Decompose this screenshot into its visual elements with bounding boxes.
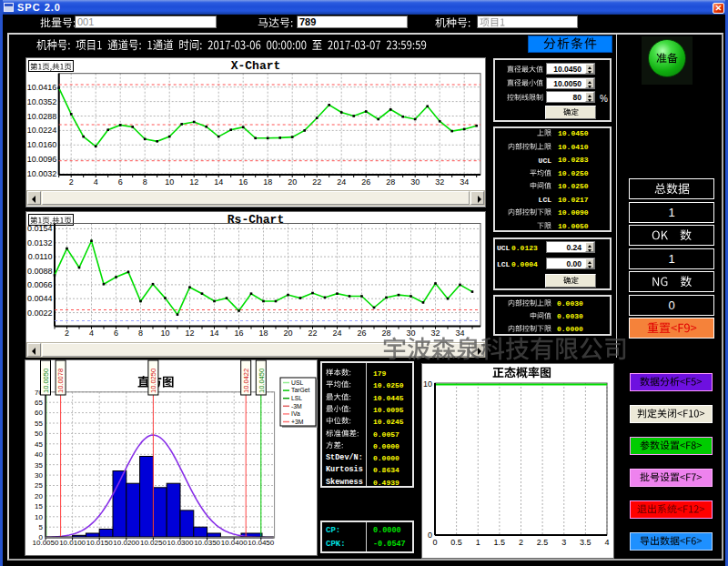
svg-text:28: 28 <box>386 177 395 187</box>
svg-text:40: 40 <box>35 450 43 459</box>
svg-text:10.0078: 10.0078 <box>56 369 65 393</box>
svg-text:16: 16 <box>234 328 243 338</box>
svg-text:10.0032: 10.0032 <box>27 169 57 178</box>
svg-text:25: 25 <box>35 481 43 490</box>
svg-text:1: 1 <box>476 538 480 547</box>
svg-text:10.0160: 10.0160 <box>27 140 57 149</box>
svg-text:0.0154: 0.0154 <box>27 224 53 233</box>
svg-text:20: 20 <box>35 492 43 500</box>
svg-text:15: 15 <box>35 502 43 510</box>
svg-text:2: 2 <box>69 177 74 187</box>
svg-text:34: 34 <box>460 177 469 187</box>
svg-text:65: 65 <box>35 399 43 407</box>
svg-text:10: 10 <box>165 177 174 187</box>
svg-text:0.0022: 0.0022 <box>27 308 53 318</box>
svg-text:14: 14 <box>209 328 218 338</box>
svg-text:10.0096: 10.0096 <box>27 155 57 164</box>
svg-text:2.5: 2.5 <box>537 538 549 547</box>
svg-text:8: 8 <box>138 328 143 338</box>
svg-text:30: 30 <box>406 328 415 338</box>
svg-text:2: 2 <box>65 328 69 338</box>
svg-text:24: 24 <box>332 328 341 338</box>
svg-text:0: 0 <box>428 531 432 540</box>
svg-text:34: 34 <box>455 328 464 338</box>
svg-text:4: 4 <box>89 328 94 338</box>
svg-text:32: 32 <box>430 328 440 338</box>
svg-text:60: 60 <box>35 409 43 417</box>
svg-text:45: 45 <box>35 440 43 449</box>
svg-text:14: 14 <box>214 177 223 187</box>
svg-text:0.0132: 0.0132 <box>27 238 53 248</box>
svg-text:10.0288: 10.0288 <box>27 112 57 121</box>
svg-text:8: 8 <box>143 177 147 187</box>
svg-text:TarGet: TarGet <box>291 387 310 393</box>
svg-text:10.0422: 10.0422 <box>242 369 250 393</box>
svg-text:1.5: 1.5 <box>494 538 506 547</box>
svg-text:3.5: 3.5 <box>580 538 592 547</box>
svg-text:50: 50 <box>35 430 43 438</box>
svg-text:24: 24 <box>337 177 346 187</box>
svg-text:30: 30 <box>35 471 43 480</box>
svg-text:10: 10 <box>423 379 432 389</box>
svg-text:18: 18 <box>258 328 268 338</box>
svg-text:10.0352: 10.0352 <box>27 97 57 106</box>
svg-text:0: 0 <box>432 538 437 547</box>
svg-text:3: 3 <box>561 538 566 547</box>
svg-text:10.0250: 10.0250 <box>149 369 157 393</box>
svg-text:22: 22 <box>312 177 321 187</box>
svg-text:0.0066: 0.0066 <box>27 280 53 289</box>
svg-text:LSL: LSL <box>291 395 302 401</box>
svg-text:18: 18 <box>263 177 272 187</box>
svg-text:26: 26 <box>357 328 366 338</box>
svg-text:20: 20 <box>288 177 297 187</box>
svg-text:12: 12 <box>189 177 198 187</box>
svg-text:12: 12 <box>185 328 194 338</box>
svg-text:26: 26 <box>361 177 370 187</box>
svg-text:0.5: 0.5 <box>450 538 462 547</box>
svg-text:5: 5 <box>39 523 44 531</box>
svg-text:0.0110: 0.0110 <box>28 252 53 261</box>
svg-text:IVa: IVa <box>291 410 300 417</box>
svg-text:20: 20 <box>283 328 292 338</box>
svg-text:4: 4 <box>604 538 609 547</box>
svg-text:0.0044: 0.0044 <box>27 294 53 303</box>
svg-text:USL: USL <box>291 379 303 386</box>
svg-text:10.0416: 10.0416 <box>27 83 57 92</box>
svg-text:2: 2 <box>519 538 523 547</box>
svg-text:-3M: -3M <box>291 403 302 409</box>
svg-text:6: 6 <box>118 177 123 187</box>
svg-text:28: 28 <box>381 328 390 338</box>
svg-text:30: 30 <box>410 177 420 187</box>
svg-text:16: 16 <box>238 177 248 187</box>
svg-text:55: 55 <box>35 419 43 428</box>
svg-text:10.0224: 10.0224 <box>27 126 57 135</box>
svg-text:10.0050: 10.0050 <box>42 369 50 393</box>
svg-text:0.0088: 0.0088 <box>27 267 53 276</box>
svg-text:+3M: +3M <box>291 419 304 425</box>
svg-text:32: 32 <box>435 177 444 187</box>
svg-text:35: 35 <box>35 461 43 470</box>
svg-text:4: 4 <box>94 177 98 187</box>
svg-text:10: 10 <box>160 328 169 338</box>
svg-text:10.0450: 10.0450 <box>258 369 266 393</box>
svg-text:6: 6 <box>114 328 118 338</box>
svg-text:10: 10 <box>35 513 43 521</box>
svg-text:22: 22 <box>308 328 317 338</box>
